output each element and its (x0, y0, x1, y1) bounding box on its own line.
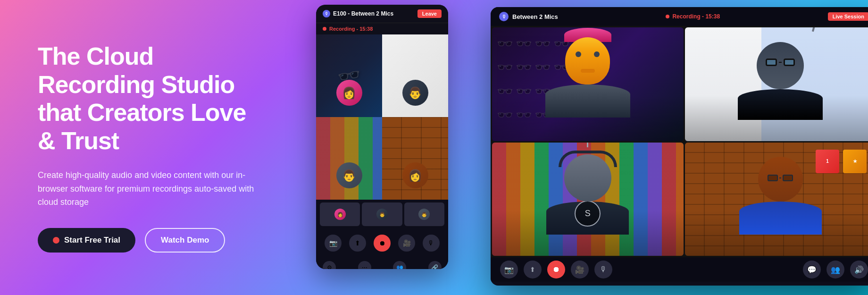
desktop-participant-3: S (492, 143, 684, 256)
desktop-mic-icon: 🎙 (499, 12, 509, 21)
tablet-people-btn[interactable]: 👥 (393, 261, 406, 269)
recording-timer: Recording - 15:38 (329, 26, 373, 32)
tablet-bottom-bar: ⚙ ⋯ 👥 🔗 (316, 257, 448, 269)
tablet-controls: 📷 ⬆ ⏺ 🎥 🎙 (316, 229, 448, 257)
thumb-2: 👨 (362, 202, 402, 226)
mic-icon: 🎙 (323, 10, 330, 17)
desktop-participant-4: 1 ★ (685, 143, 868, 256)
avatar-2: 👨 (402, 80, 428, 106)
tablet-thumbnail-row: 👩 👨 👨 (316, 200, 448, 229)
tablet-participant-3: 👨 (316, 117, 382, 200)
desktop-upload-btn[interactable]: ⬆ (524, 261, 542, 278)
tablet-video-btn[interactable]: 🎥 (398, 235, 415, 252)
avatar-1: 👩 (336, 80, 362, 106)
recording-indicator (323, 27, 326, 31)
leave-button[interactable]: Leave (417, 9, 442, 18)
watch-demo-button[interactable]: Watch Demo (145, 228, 225, 253)
left-content: The Cloud Recording Studio that Creators… (0, 14, 292, 281)
desktop-camera-btn[interactable]: 📷 (500, 261, 518, 278)
tablet-mic-btn[interactable]: 🎙 (423, 235, 440, 252)
tablet-mockup: 🎙 E100 - Between 2 Mics Leave Recording … (316, 5, 448, 269)
desktop-video-btn[interactable]: 🎥 (571, 261, 589, 278)
tablet-participant-1: 🕶️ 👩 (316, 34, 382, 117)
avatar-4: 👩 (402, 162, 428, 188)
tablet-video-grid: 🕶️ 👩 👨 (316, 34, 448, 200)
tablet-more-btn[interactable]: ⋯ (358, 261, 371, 269)
thumb-3: 👨 (404, 202, 444, 226)
tablet-participant-4: 👩 (382, 117, 448, 200)
start-free-trial-button[interactable]: Start Free Trial (38, 228, 135, 253)
desktop-rec-dot (666, 15, 669, 18)
tablet-header: 🎙 E100 - Between 2 Mics Leave (316, 5, 448, 23)
tablet-link-btn[interactable]: 🔗 (428, 261, 442, 269)
avatar-3: 👨 (336, 162, 362, 188)
page-headline: The Cloud Recording Studio that Creators… (38, 42, 264, 155)
desktop-participant-2 (685, 27, 868, 141)
desktop-people-btn[interactable]: 👥 (826, 261, 844, 278)
hero-section: The Cloud Recording Studio that Creators… (0, 0, 868, 295)
tablet-upload-btn[interactable]: ⬆ (349, 235, 366, 252)
live-badge: Live Session (828, 12, 868, 21)
right-content: 🎙 E100 - Between 2 Mics Leave Recording … (292, 0, 868, 295)
record-dot-icon (53, 237, 59, 244)
tablet-session-name: E100 - Between 2 Mics (333, 10, 393, 17)
desktop-record-btn[interactable]: ⏺ (547, 261, 565, 278)
tablet-record-btn[interactable]: ⏺ (374, 235, 391, 252)
watch-demo-label: Watch Demo (161, 236, 209, 244)
desktop-sound-btn[interactable]: 🔊 (850, 261, 868, 278)
desktop-mic-btn[interactable]: 🎙 (594, 261, 612, 278)
cta-buttons: Start Free Trial Watch Demo (38, 228, 264, 253)
start-trial-label: Start Free Trial (64, 236, 120, 245)
desktop-header: 🎙 Between 2 Mics Recording - 15:38 Live … (491, 7, 868, 26)
tablet-settings-btn[interactable]: ⚙ (323, 261, 336, 269)
desktop-controls-bar: 📷 ⬆ ⏺ 🎥 🎙 💬 👥 🔊 (491, 257, 868, 282)
page-subheadline: Create high-quality audio and video cont… (38, 169, 264, 209)
thumb-1: 👩 (320, 202, 360, 226)
desktop-rec-timer: Recording - 15:38 (672, 13, 720, 20)
desktop-mockup: 🎙 Between 2 Mics Recording - 15:38 Live … (491, 7, 868, 286)
desktop-participant-1: 🕶️🕶️🕶️🕶️🕶️🕶️🕶️🕶️🕶️🕶️🕶️🕶️🕶️🕶️🕶️🕶️ (492, 27, 684, 141)
tablet-camera-btn[interactable]: 📷 (325, 235, 342, 252)
tablet-participant-2: 👨 (382, 34, 448, 117)
tablet-recording-bar: Recording - 15:38 (316, 23, 448, 34)
desktop-chat-btn[interactable]: 💬 (803, 261, 821, 278)
desktop-session-name: Between 2 Mics (512, 13, 558, 20)
desktop-video-grid: 🕶️🕶️🕶️🕶️🕶️🕶️🕶️🕶️🕶️🕶️🕶️🕶️🕶️🕶️🕶️🕶️ (491, 26, 868, 257)
